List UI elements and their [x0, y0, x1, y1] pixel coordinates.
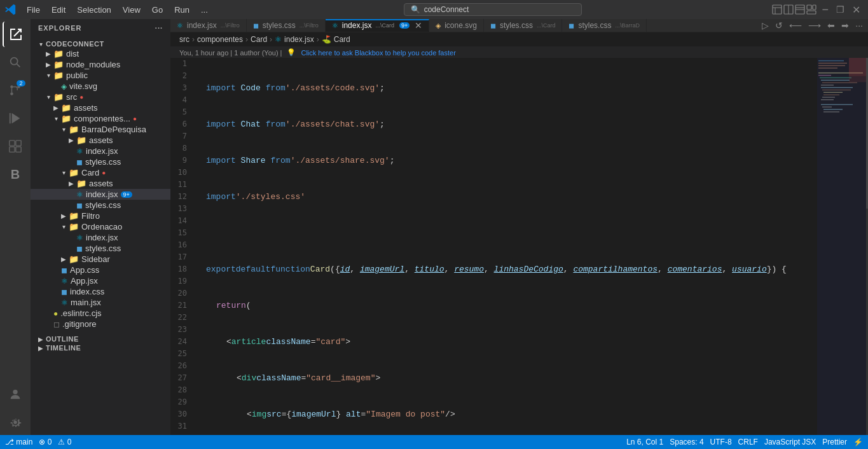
- tree-item-vite-svg[interactable]: ◈ vite.svg: [31, 81, 170, 92]
- tab-close-icon[interactable]: ✕: [415, 20, 422, 31]
- layout4-icon[interactable]: [806, 4, 816, 15]
- history-next-icon[interactable]: ⟶: [806, 19, 823, 32]
- notification-icon[interactable]: ⚡: [853, 438, 863, 446]
- menu-go[interactable]: Go: [147, 4, 168, 16]
- activity-search[interactable]: [3, 50, 28, 75]
- toolbar-more-icon[interactable]: ···: [853, 19, 865, 32]
- sidebar-more-icon[interactable]: ···: [155, 24, 163, 32]
- svg-rect-38: [822, 97, 835, 97]
- tree-item-ordenacao-styles[interactable]: ◼ styles.css: [31, 243, 170, 254]
- menu-run[interactable]: Run: [169, 4, 195, 16]
- line-ending-status[interactable]: CRLF: [738, 438, 758, 446]
- minimize-button[interactable]: −: [819, 3, 831, 17]
- tree-label: styles.css: [85, 244, 121, 253]
- tree-item-index-css[interactable]: ◼ index.css: [31, 286, 170, 297]
- tab-filtro-styles[interactable]: ◼ styles.css ...\Filtro: [247, 19, 326, 32]
- tree-item-src[interactable]: ▾ 📁 src ●: [31, 92, 170, 102]
- breadcrumb-src[interactable]: src: [179, 35, 189, 44]
- formatter-status[interactable]: Prettier: [822, 438, 847, 446]
- tree-label: src: [66, 92, 77, 102]
- git-branch[interactable]: ⎇ main: [5, 438, 32, 446]
- tree-item-card-assets[interactable]: ▶ 📁 assets: [31, 178, 170, 189]
- tree-item-filtro[interactable]: ▶ 📁 Filtro: [31, 211, 170, 221]
- spaces-status[interactable]: Spaces: 4: [670, 438, 703, 446]
- tree-item-ordenacao[interactable]: ▾ 📁 Ordenacao: [31, 221, 170, 232]
- tree-item-eslintrc[interactable]: ● .eslintrc.cjs: [31, 308, 170, 319]
- menu-view[interactable]: View: [118, 4, 146, 16]
- css-tab-icon: ◼: [253, 22, 259, 30]
- activity-profile[interactable]: [3, 382, 28, 407]
- tree-label: .eslintrc.cjs: [60, 308, 101, 318]
- activity-explorer[interactable]: [3, 22, 28, 47]
- tree-item-app-jsx[interactable]: ⚛ App.jsx: [31, 275, 170, 286]
- errors-status[interactable]: ⊗ 0: [39, 438, 52, 446]
- tab-card-index[interactable]: ⚛ index.jsx ...\Card 9+ ✕: [326, 19, 429, 32]
- tree-label: .gitignore: [62, 319, 96, 329]
- tree-item-node-modules[interactable]: ▶ 📁 node_modules: [31, 59, 170, 70]
- tree-item-card-styles[interactable]: ◼ styles.css: [31, 200, 170, 211]
- activity-source-control[interactable]: 2: [3, 78, 28, 103]
- tree-item-barra-styles[interactable]: ◼ styles.css: [31, 156, 170, 167]
- search-bar[interactable]: 🔍 codeConnect: [404, 3, 582, 16]
- timeline-section[interactable]: ▶ TIMELINE: [31, 343, 170, 352]
- activity-extensions[interactable]: [3, 134, 28, 159]
- layout2-icon[interactable]: [783, 4, 794, 15]
- tab-card-styles[interactable]: ◼ styles.css ...\Card: [484, 19, 563, 32]
- tree-item-dist[interactable]: ▶ 📁 dist: [31, 48, 170, 59]
- tab-barra-styles[interactable]: ◼ styles.css ...\BarraD: [562, 19, 647, 32]
- language-status[interactable]: JavaScript JSX: [764, 438, 816, 446]
- tree-label: index.jsx: [86, 233, 118, 242]
- tree-item-app-css[interactable]: ◼ App.css: [31, 265, 170, 275]
- nav-back-icon[interactable]: ⬅: [825, 19, 837, 32]
- maximize-button[interactable]: ❐: [834, 4, 847, 15]
- arrow-icon: ▾: [43, 93, 53, 100]
- cursor-position[interactable]: Ln 6, Col 1: [626, 438, 663, 446]
- tree-item-main-jsx[interactable]: ⚛ main.jsx: [31, 297, 170, 308]
- tree-item-barradepesquisa[interactable]: ▾ 📁 BarraDePesquisa: [31, 124, 170, 135]
- tree-item-assets[interactable]: ▶ 📁 assets: [31, 102, 170, 113]
- tree-item-card[interactable]: ▾ 📁 Card ●: [31, 167, 170, 178]
- tab-filtro-index[interactable]: ⚛ index.jsx ...\Filtro: [170, 19, 247, 32]
- close-button[interactable]: ✕: [850, 4, 863, 16]
- svg-rect-34: [821, 87, 853, 88]
- tree-item-gitignore[interactable]: ◻ .gitignore: [31, 319, 170, 329]
- jsx-tab-icon: ⚛: [177, 22, 183, 30]
- breadcrumb-card[interactable]: Card: [251, 35, 267, 44]
- menu-more[interactable]: ...: [196, 4, 213, 16]
- menu-edit[interactable]: Edit: [46, 4, 71, 16]
- activity-run[interactable]: [3, 106, 28, 131]
- undo-toolbar-icon[interactable]: ↺: [773, 19, 785, 32]
- line-num-17: 17: [170, 251, 192, 263]
- breadcrumb-componentes[interactable]: componentes: [197, 35, 243, 44]
- tree-item-public[interactable]: ▾ 📁 public: [31, 70, 170, 81]
- nav-fwd-icon[interactable]: ➡: [839, 19, 851, 32]
- tree-item-barra-assets[interactable]: ▶ 📁 assets: [31, 135, 170, 146]
- run-toolbar-icon[interactable]: ▷: [759, 19, 771, 32]
- tree-item-componentes[interactable]: ▾ 📁 componentes... ●: [31, 113, 170, 124]
- tab-icone-svg[interactable]: ◈ icone.svg: [429, 19, 484, 32]
- css-tab-icon: ◼: [568, 22, 574, 30]
- tree-root-codeconnect[interactable]: ▾ CODECONNECT: [31, 39, 170, 48]
- layout-icon[interactable]: [772, 4, 782, 15]
- history-prev-icon[interactable]: ⟵: [787, 19, 804, 32]
- outline-section[interactable]: ▶ OUTLINE: [31, 335, 170, 343]
- activity-bold-b[interactable]: B: [3, 162, 28, 187]
- menu-selection[interactable]: Selection: [72, 4, 116, 16]
- tree-item-ordenacao-index[interactable]: ⚛ index.jsx: [31, 232, 170, 243]
- tree-item-barra-index[interactable]: ⚛ index.jsx: [31, 146, 170, 156]
- blackbox-link[interactable]: Click here to ask Blackbox to help you c…: [301, 49, 455, 57]
- encoding-status[interactable]: UTF-8: [710, 438, 732, 446]
- code-editor[interactable]: import Code from './assets/code.svg'; im…: [197, 58, 817, 435]
- menu-file[interactable]: File: [22, 4, 45, 16]
- breadcrumb-fn[interactable]: Card: [334, 35, 350, 44]
- svg-rect-20: [10, 147, 15, 152]
- tree-item-card-index[interactable]: ⚛ index.jsx 9+: [31, 189, 170, 200]
- folder-icon: 📁: [53, 92, 64, 102]
- warnings-status[interactable]: ⚠ 0: [58, 438, 71, 446]
- breadcrumb-file[interactable]: index.jsx: [284, 35, 314, 44]
- tree-label: vite.svg: [69, 81, 97, 91]
- tree-item-sidebar[interactable]: ▶ 📁 Sidebar: [31, 254, 170, 265]
- line-num-22: 22: [170, 312, 192, 324]
- activity-settings[interactable]: [3, 410, 28, 435]
- layout3-icon[interactable]: [795, 4, 805, 15]
